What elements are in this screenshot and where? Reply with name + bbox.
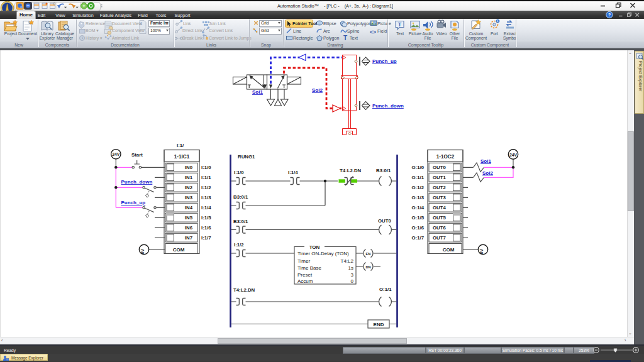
svg-text:Timer: Timer — [297, 258, 310, 264]
svg-text:B3:0/1: B3:0/1 — [233, 194, 248, 200]
svg-text:Accum: Accum — [297, 278, 313, 284]
svg-text:I:1/0: I:1/0 — [201, 165, 211, 170]
svg-text:O:1/4: O:1/4 — [412, 205, 425, 211]
svg-text:?: ? — [608, 12, 611, 18]
svg-text:O:1/1: O:1/1 — [412, 175, 425, 180]
svg-text:IN0: IN0 — [185, 165, 193, 170]
svg-text:Time Base: Time Base — [297, 265, 321, 271]
svg-text:1-1IC1: 1-1IC1 — [174, 154, 190, 160]
svg-text:I:1/4: I:1/4 — [288, 170, 298, 175]
svg-text:COM: COM — [173, 247, 185, 253]
svg-text:I:1/: I:1/ — [177, 143, 184, 148]
svg-text:I:1/2: I:1/2 — [234, 242, 244, 248]
svg-text:0V: 0V — [140, 248, 145, 254]
svg-text:OUT0: OUT0 — [378, 218, 391, 224]
svg-text:I:1/5: I:1/5 — [201, 215, 211, 221]
svg-text:24V: 24V — [112, 152, 120, 156]
svg-text:IN7: IN7 — [185, 235, 192, 241]
svg-text:I:1/7: I:1/7 — [201, 235, 211, 241]
svg-text:T: T — [398, 21, 402, 28]
svg-text:TON: TON — [309, 244, 320, 250]
svg-text:Punch_down: Punch_down — [121, 179, 153, 185]
svg-text:IN4: IN4 — [185, 205, 193, 211]
svg-text:OUT0: OUT0 — [433, 165, 446, 170]
svg-text:Timer ON-Delay (TON): Timer ON-Delay (TON) — [297, 251, 349, 256]
svg-text:T: T — [343, 35, 347, 41]
svg-text:I:1/6: I:1/6 — [201, 225, 211, 231]
svg-text:I:1/4: I:1/4 — [201, 205, 211, 211]
svg-text:B3:0/1: B3:0/1 — [233, 219, 248, 224]
svg-text:I:1/2: I:1/2 — [201, 185, 211, 190]
svg-text:O:1/5: O:1/5 — [412, 215, 425, 221]
svg-text:0: 0 — [351, 278, 354, 284]
svg-text:<>: <> — [370, 29, 376, 35]
svg-text:1s: 1s — [348, 265, 353, 271]
svg-text:Punch_up: Punch_up — [372, 58, 397, 64]
svg-text:IN1: IN1 — [185, 175, 193, 180]
svg-text:T4:L2.DN: T4:L2.DN — [340, 168, 362, 173]
svg-text:OUT1: OUT1 — [433, 175, 446, 180]
svg-text:O:1/0: O:1/0 — [412, 165, 425, 170]
svg-text:IN5: IN5 — [185, 215, 193, 221]
svg-text:END: END — [374, 322, 384, 327]
svg-text:OUT2: OUT2 — [433, 185, 446, 190]
svg-text:T4:L2: T4:L2 — [341, 258, 354, 264]
svg-text:OUT6: OUT6 — [433, 225, 446, 231]
svg-text:1-1OC2: 1-1OC2 — [436, 154, 455, 160]
svg-text:B3:0/1: B3:0/1 — [376, 168, 391, 173]
svg-text:OUT4: OUT4 — [433, 205, 446, 211]
svg-text:Sol1: Sol1 — [480, 158, 491, 164]
svg-text:Punch_down: Punch_down — [372, 103, 404, 109]
svg-text:Start: Start — [131, 152, 143, 158]
svg-text:IN2: IN2 — [185, 185, 193, 190]
svg-text:O:1/2: O:1/2 — [412, 185, 425, 190]
svg-text:Sol1: Sol1 — [252, 89, 263, 95]
svg-text:Preset: Preset — [297, 272, 313, 278]
svg-text:0V: 0V — [479, 248, 484, 254]
svg-text:O:1/7: O:1/7 — [412, 235, 425, 241]
svg-text:O:1/1: O:1/1 — [379, 287, 392, 292]
svg-text:COM: COM — [443, 247, 455, 253]
svg-text:IN3: IN3 — [185, 195, 193, 200]
svg-text:IN6: IN6 — [185, 225, 193, 231]
svg-text:I:1/0: I:1/0 — [234, 170, 244, 175]
svg-text:T4:L2.DN: T4:L2.DN — [233, 287, 255, 293]
svg-text:I:1/1: I:1/1 — [201, 175, 211, 180]
svg-text:O:1/6: O:1/6 — [412, 225, 425, 231]
svg-text:OUT7: OUT7 — [433, 235, 446, 241]
svg-text:24V: 24V — [509, 153, 518, 157]
svg-text:RUNG1: RUNG1 — [238, 154, 255, 160]
svg-text:OUT3: OUT3 — [433, 195, 446, 200]
svg-text:I:1/3: I:1/3 — [201, 195, 211, 200]
svg-text:O:1/3: O:1/3 — [412, 195, 425, 200]
svg-text:Sol2: Sol2 — [312, 87, 323, 93]
svg-text:Sol2: Sol2 — [482, 170, 493, 176]
svg-text:3: 3 — [351, 272, 354, 278]
svg-text:Punch_up: Punch_up — [121, 200, 146, 206]
svg-text:DN: DN — [365, 265, 370, 269]
svg-text:EN: EN — [366, 252, 371, 256]
svg-text:OUT5: OUT5 — [433, 215, 446, 221]
